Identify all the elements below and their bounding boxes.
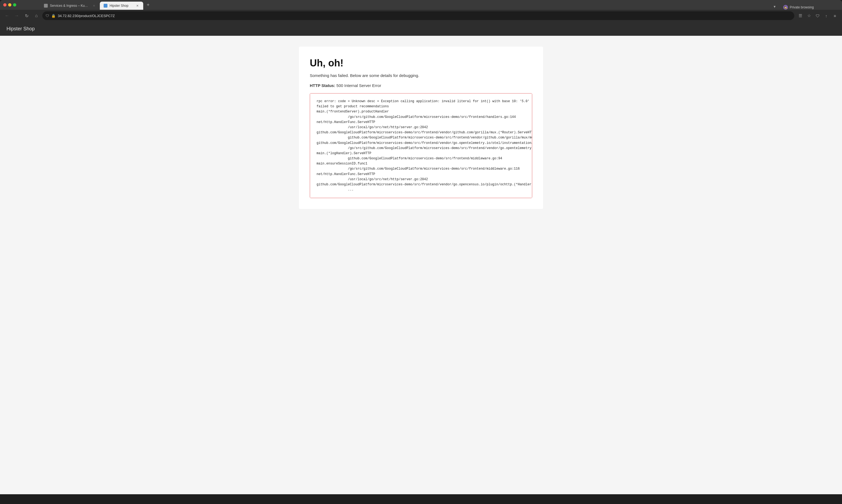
private-browsing-icon: 🕵: [783, 5, 788, 10]
browser-window: Services & Ingress – Kubernetes ✕ Hipste…: [0, 0, 842, 494]
site-navbar: Hipster Shop: [0, 22, 842, 36]
tab-hipster-shop[interactable]: Hipster Shop ✕: [100, 2, 143, 10]
toolbar-right: ☰ ☆ 🛡 ↑ ≡: [796, 12, 839, 19]
forward-button[interactable]: →: [13, 12, 21, 19]
http-status-label: HTTP Status:: [310, 83, 335, 88]
address-bar-input-wrap[interactable]: 🛡 🔒 34.72.82.230/product/OLJCESPC7Z: [42, 12, 794, 20]
tab-services-ingress[interactable]: Services & Ingress – Kubernetes ✕: [40, 2, 100, 10]
lock-icon: 🔒: [51, 14, 56, 18]
error-subtitle: Something has failed. Below are some det…: [310, 73, 532, 78]
tabs-chevron[interactable]: ▾: [771, 3, 778, 10]
menu-button[interactable]: ≡: [831, 12, 839, 19]
share-button[interactable]: ↑: [823, 12, 830, 19]
shield-icon: 🛡: [46, 14, 49, 18]
page-content: Uh, oh! Something has failed. Below are …: [0, 36, 842, 494]
shield-toolbar-button[interactable]: 🛡: [814, 12, 821, 19]
tab-close-1[interactable]: ✕: [92, 3, 96, 8]
reload-button[interactable]: ↻: [23, 12, 30, 19]
error-container: Uh, oh! Something has failed. Below are …: [299, 47, 543, 209]
private-browsing-badge: 🕵 Private browsing: [780, 5, 817, 10]
tabs-bar: Services & Ingress – Kubernetes ✕ Hipste…: [18, 0, 839, 10]
address-bar: ← → ↻ ⌂ 🛡 🔒 34.72.82.230/product/OLJCESP…: [0, 10, 842, 22]
error-stack-trace: rpc error: code = Unknown desc = Excepti…: [310, 93, 532, 198]
address-text: 34.72.82.230/product/OLJCESPC7Z: [58, 14, 791, 18]
title-bar: Services & Ingress – Kubernetes ✕ Hipste…: [0, 0, 842, 10]
close-button[interactable]: [3, 3, 6, 6]
home-button[interactable]: ⌂: [33, 12, 40, 19]
site-title: Hipster Shop: [6, 26, 35, 32]
tab-label-1: Services & Ingress – Kubernetes: [50, 4, 89, 7]
http-status: HTTP Status: 500 Internal Server Error: [310, 83, 532, 88]
tab-close-2[interactable]: ✕: [135, 3, 139, 8]
tab-label-2: Hipster Shop: [109, 4, 133, 7]
http-status-value: 500 Internal Server Error: [337, 83, 381, 88]
reader-button[interactable]: ☰: [796, 12, 804, 19]
new-tab-button[interactable]: +: [144, 1, 152, 9]
bookmark-button[interactable]: ☆: [805, 12, 813, 19]
back-button[interactable]: ←: [3, 12, 11, 19]
error-title: Uh, oh!: [310, 57, 532, 69]
minimize-button[interactable]: [8, 3, 12, 6]
traffic-lights: [3, 3, 16, 6]
private-browsing-label: Private browsing: [790, 5, 814, 9]
tab-favicon-1: [44, 4, 48, 7]
tab-favicon-2: [104, 4, 107, 7]
maximize-button[interactable]: [13, 3, 16, 6]
